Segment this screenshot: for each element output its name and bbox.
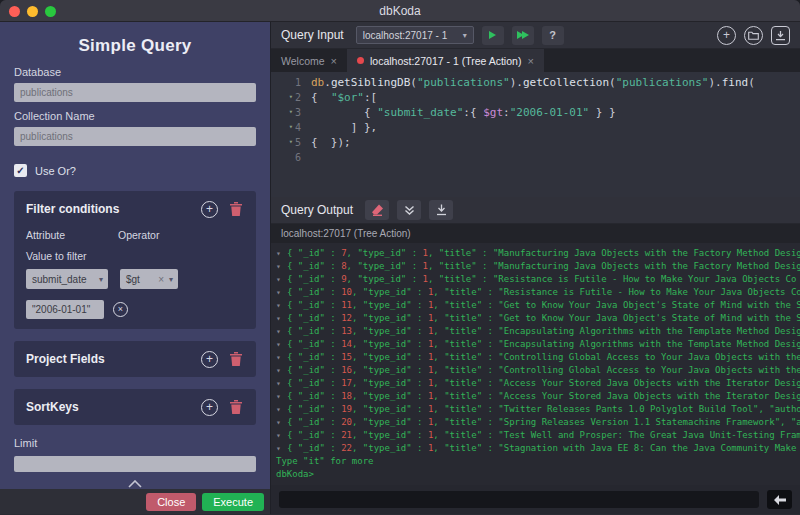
open-file-button[interactable] — [744, 26, 763, 45]
execute-selected-button[interactable] — [482, 26, 504, 45]
tab-connection[interactable]: localhost:27017 - 1 (Tree Action) × — [347, 49, 544, 72]
terminal-text: , "type_id" : — [352, 443, 428, 453]
expand-caret-icon[interactable]: ▾ — [276, 299, 287, 312]
expand-caret-icon[interactable]: ▾ — [276, 260, 287, 273]
terminal-text: { "_id" : — [287, 365, 341, 375]
zoom-window-button[interactable] — [45, 6, 56, 17]
terminal-text: { "_id" : — [287, 287, 341, 297]
clear-output-button[interactable] — [365, 200, 389, 220]
terminal-text: { "_id" : — [287, 352, 341, 362]
fold-caret-icon[interactable]: ▾ — [289, 135, 293, 150]
add-sort-key-button[interactable]: + — [201, 399, 218, 416]
tab-close-icon[interactable]: × — [527, 55, 533, 67]
remove-sort-key-button[interactable] — [228, 399, 244, 415]
save-file-button[interactable] — [771, 26, 790, 45]
save-output-button[interactable] — [429, 200, 453, 220]
use-or-row: ✓ Use Or? — [14, 164, 256, 177]
clear-value-button[interactable]: × — [113, 302, 128, 317]
expand-caret-icon[interactable]: ▾ — [276, 390, 287, 403]
close-button[interactable]: Close — [146, 493, 196, 511]
expand-caret-icon[interactable]: ▾ — [276, 286, 287, 299]
expand-caret-icon[interactable]: ▾ — [276, 325, 287, 338]
execute-all-button[interactable] — [512, 26, 534, 45]
expand-caret-icon[interactable]: ▾ — [276, 403, 287, 416]
add-project-field-button[interactable]: + — [201, 351, 218, 368]
terminal-text: , "title" : "Access Your Stored Java Obj… — [433, 378, 800, 388]
remove-filter-button[interactable] — [228, 201, 244, 217]
expand-caret-icon[interactable]: ▾ — [276, 429, 287, 442]
operator-select-value: $gt — [126, 274, 140, 285]
terminal-text: { "_id" : — [287, 326, 341, 336]
terminal-text: , "type_id" : — [352, 417, 428, 427]
execute-button[interactable]: Execute — [202, 493, 264, 511]
terminal-output[interactable]: ▾{ "_id" : 7, "type_id" : 1, "title" : "… — [271, 243, 800, 485]
expand-caret-icon[interactable]: ▾ — [276, 442, 287, 455]
attribute-select[interactable]: submit_date ▾ — [26, 269, 108, 289]
sidebar-title: Simple Query — [14, 36, 256, 56]
expand-caret-icon[interactable]: ▾ — [276, 312, 287, 325]
remove-project-field-button[interactable] — [228, 351, 244, 367]
terminal-number: 11 — [341, 300, 352, 310]
chevron-down-icon: ▾ — [169, 275, 173, 284]
terminal-text: , "type_id" : — [352, 287, 428, 297]
folder-icon — [748, 31, 759, 40]
editor-gutter: ▾3 — [271, 105, 301, 120]
limit-input[interactable] — [14, 456, 256, 472]
editor-line: ▾3 { "submit_date":{ $gt:"2006-01-01" } … — [271, 105, 800, 120]
close-window-button[interactable] — [9, 6, 20, 17]
sort-keys-title: SortKeys — [26, 400, 201, 414]
expand-caret-icon[interactable]: ▾ — [276, 273, 287, 286]
collapse-chevron-button[interactable] — [128, 480, 142, 488]
plus-icon: + — [206, 353, 213, 365]
terminal-text: , "type_id" : — [347, 261, 423, 271]
question-icon: ? — [549, 29, 556, 41]
expand-caret-icon[interactable]: ▾ — [276, 377, 287, 390]
terminal-input-bar — [271, 485, 800, 514]
chevron-down-icon: ▾ — [99, 275, 103, 284]
fold-caret-icon[interactable]: ▾ — [289, 120, 293, 135]
output-tab[interactable]: localhost:27017 (Tree Action) — [281, 228, 411, 239]
terminal-text: , "type_id" : — [347, 248, 423, 258]
terminal-number: 21 — [341, 430, 352, 440]
expand-caret-icon[interactable]: ▾ — [276, 247, 287, 260]
expand-caret-icon[interactable]: ▾ — [276, 416, 287, 429]
terminal-text: , "type_id" : — [352, 352, 428, 362]
database-label: Database — [14, 66, 256, 78]
terminal-number: 12 — [341, 313, 352, 323]
query-input-title: Query Input — [281, 28, 344, 42]
expand-caret-icon[interactable]: ▾ — [276, 338, 287, 351]
terminal-line: ▾{ "_id" : 13, "type_id" : 1, "title" : … — [276, 325, 800, 338]
editor-area: Query Input localhost:27017 - 1 ▾ ? + — [270, 22, 800, 514]
attribute-select-value: submit_date — [32, 274, 86, 285]
tab-welcome[interactable]: Welcome × — [271, 49, 347, 72]
terminal-text: { "_id" : — [287, 339, 341, 349]
terminal-input[interactable] — [279, 491, 759, 508]
terminal-text: , "type_id" : — [352, 326, 428, 336]
tab-close-icon[interactable]: × — [331, 55, 337, 67]
minimize-window-button[interactable] — [27, 6, 38, 17]
submit-command-button[interactable] — [767, 490, 792, 509]
collection-input[interactable] — [14, 127, 256, 146]
use-or-checkbox[interactable]: ✓ — [14, 164, 27, 177]
save-icon — [775, 30, 786, 41]
expand-caret-icon[interactable]: ▾ — [276, 351, 287, 364]
operator-select[interactable]: $gt × ▾ — [120, 269, 178, 289]
fold-caret-icon[interactable]: ▾ — [289, 90, 293, 105]
add-filter-button[interactable]: + — [201, 201, 218, 218]
expand-caret-icon[interactable]: ▾ — [276, 364, 287, 377]
code-line: db.getSiblingDB("publications").getColle… — [301, 75, 755, 90]
editor-line: ▾4 ] }, — [271, 120, 800, 135]
editor-gutter: 6 — [271, 150, 301, 165]
add-editor-button[interactable]: + — [717, 26, 736, 45]
terminal-text: , "type_id" : — [352, 404, 428, 414]
editor-line: 6 — [271, 150, 800, 165]
database-input[interactable] — [14, 83, 256, 102]
fold-caret-icon[interactable]: ▾ — [289, 105, 293, 120]
code-editor[interactable]: 1db.getSiblingDB("publications").getColl… — [271, 72, 800, 197]
show-more-button[interactable] — [397, 200, 421, 220]
terminal-line: ▾{ "_id" : 15, "type_id" : 1, "title" : … — [276, 351, 800, 364]
connection-select[interactable]: localhost:27017 - 1 ▾ — [356, 26, 474, 44]
clear-operator-icon[interactable]: × — [156, 274, 166, 285]
explain-button[interactable]: ? — [542, 26, 564, 45]
filter-value-input[interactable] — [26, 300, 104, 319]
